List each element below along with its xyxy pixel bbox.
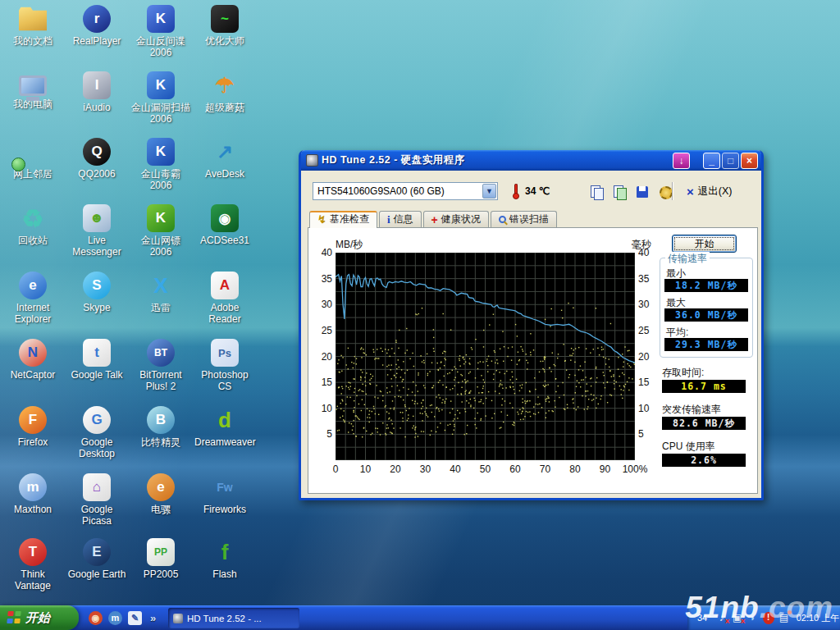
desktop-icon-kingsoft-duba[interactable]: K金山毒霸 2006 — [130, 138, 191, 191]
y-tick-right: 10 — [638, 403, 660, 414]
kingsoft-antispy-icon: K — [147, 5, 175, 33]
desktop-icon-super-mushroom[interactable]: ☂超级蘑菇 — [194, 71, 255, 113]
y-tick-left: 30 — [311, 299, 332, 310]
desktop-icon-google-talk[interactable]: tGoogle Talk — [66, 339, 127, 381]
start-benchmark-button[interactable]: 开始 — [672, 235, 737, 253]
desktop-icon-youhua-dashi[interactable]: ~优化大师 — [194, 5, 255, 47]
tab-bar: ↯基准检查i信息+健康状况错误扫描 — [309, 211, 557, 228]
desktop-icon-kingsoft-netguard[interactable]: K金山网镖 2006 — [130, 204, 191, 258]
drive-select-dropdown[interactable]: HTS541060G9SA00 (60 GB) ▼ — [313, 182, 498, 200]
desktop-icon-label: NetCaptor — [2, 369, 63, 381]
avedesk-icon: ↗ — [211, 138, 239, 166]
desktop-icon-qq2006[interactable]: QQQ2006 — [66, 138, 127, 180]
desktop-icon-label: 金山网镖 2006 — [130, 235, 191, 258]
desktop-icon-firefox[interactable]: FFirefox — [2, 406, 63, 448]
desktop-icon-label: 回收站 — [2, 235, 63, 246]
desktop-icon-bittorrent-plus[interactable]: BTBitTorrent Plus! 2 — [130, 339, 191, 392]
tab-label: 健康状况 — [441, 212, 481, 226]
desktop-icon-google-desktop[interactable]: GGoogle Desktop — [66, 406, 127, 459]
desktop-icon-label: Adobe Reader — [194, 302, 255, 325]
desktop-icon-label: RealPlayer — [66, 35, 127, 47]
update-button[interactable]: ↓ — [673, 153, 690, 169]
volume-muted-icon[interactable]: ♪× — [716, 612, 728, 624]
desktop-icon-photoshop-cs[interactable]: PsPhotoshop CS — [194, 339, 255, 392]
desktop-icon-bitspirit[interactable]: B比特精灵 — [130, 406, 191, 448]
minimize-button[interactable]: _ — [703, 153, 720, 169]
desktop-icon-dreamweaver[interactable]: dDreamweaver — [194, 406, 255, 448]
google-earth-icon: E — [83, 538, 111, 566]
dreamweaver-icon: d — [211, 406, 239, 434]
chevron-down-icon[interactable]: ▼ — [482, 184, 496, 199]
maxthon-quicklaunch-icon[interactable]: m — [108, 611, 122, 625]
copy-image-button[interactable] — [609, 182, 628, 200]
desktop-icon-recycle-bin[interactable]: ♻回收站 — [2, 204, 63, 246]
desktop-icon-network-places[interactable]: 网上邻居 — [2, 138, 63, 180]
desktop-icon-think-vantage[interactable]: TThink Vantage — [2, 538, 63, 591]
tray-clock[interactable]: 02:10 上午 — [797, 612, 840, 624]
tray-temperature: 34° — [697, 613, 711, 623]
desktop-icon-label: 优化大师 — [194, 35, 255, 47]
desktop-icon-kingsoft-scan[interactable]: K金山漏洞扫描 2006 — [130, 71, 191, 125]
desktop-icon-label: 我的文档 — [2, 35, 63, 47]
desktop-icon-xunlei[interactable]: X迅雷 — [130, 272, 191, 313]
tab-bulb[interactable]: ↯基准检查 — [309, 211, 377, 228]
tab-info[interactable]: i信息 — [379, 211, 422, 228]
desktop-icon-adobe-reader[interactable]: AAdobe Reader — [194, 272, 255, 325]
desktop-icon-maxthon[interactable]: mMaxthon — [2, 473, 63, 515]
red-x-overlay: × — [725, 618, 730, 626]
maximize-button[interactable]: □ — [722, 153, 739, 169]
tab-scan[interactable]: 错误扫描 — [491, 211, 557, 228]
super-mushroom-icon: ☂ — [211, 71, 239, 99]
desktop-icon-kingsoft-antispy[interactable]: K金山反间谍 2006 — [130, 5, 191, 58]
y-tick-right: 30 — [638, 299, 660, 310]
desktop-icon-label: AveDesk — [194, 168, 255, 180]
desktop-icon-fireworks[interactable]: FwFireworks — [194, 473, 255, 515]
x-tick: 90 — [600, 463, 610, 475]
taskbar-task-button[interactable]: HD Tune 2.52 - ... — [168, 608, 299, 628]
security-alert-icon[interactable]: ! — [763, 612, 774, 624]
window-titlebar[interactable]: HD Tune 2.52 - 硬盘实用程序 ↓_□× — [301, 150, 761, 171]
copy-text-button[interactable] — [587, 182, 605, 200]
desktop-icon-iaudio[interactable]: IiAudio — [66, 71, 127, 113]
show-desktop-icon[interactable]: ✎ — [128, 611, 142, 625]
desktop-icon-google-earth[interactable]: EGoogle Earth — [66, 538, 127, 580]
close-button[interactable]: × — [741, 153, 758, 169]
x-tick: 80 — [569, 463, 580, 475]
y-tick-left: 35 — [311, 273, 332, 285]
update-tray-icon[interactable]: ▤ — [778, 612, 790, 624]
y-tick-right: 40 — [638, 247, 660, 258]
desktop-icon-label: 超级蘑菇 — [194, 102, 255, 113]
exit-button[interactable]: × 退出(X) — [683, 183, 735, 200]
desktop-icon-realplayer[interactable]: rRealPlayer — [66, 5, 127, 47]
desktop-icon-internet-explorer[interactable]: eInternet Explorer — [2, 272, 63, 325]
access-time-label: 存取时间: — [662, 366, 704, 380]
desktop-icon-skype[interactable]: SSkype — [66, 272, 127, 313]
desktop-icon-emule[interactable]: e电骡 — [130, 473, 191, 515]
desktop-icon-acdsee31[interactable]: ◉ACDSee31 — [194, 204, 255, 246]
desktop-icon-avedesk[interactable]: ↗AveDesk — [194, 138, 255, 180]
google-talk-icon: t — [83, 339, 111, 367]
ime-icon[interactable]: ◗ — [747, 612, 759, 624]
google-picasa-icon: ⌂ — [83, 473, 111, 501]
browser-quicklaunch-icon[interactable]: ◉ — [89, 611, 103, 625]
desktop-icon-label: Photoshop CS — [194, 369, 255, 392]
alert-dot — [788, 610, 792, 614]
desktop-icon-flash[interactable]: fFlash — [194, 538, 255, 580]
save-screenshot-button[interactable] — [632, 182, 651, 200]
desktop-icon-pp2005[interactable]: PPPP2005 — [130, 538, 191, 580]
network-disconnected-icon[interactable]: ▣× — [732, 612, 743, 624]
desktop-icon-google-picasa[interactable]: ⌂Google Picasa — [66, 473, 127, 527]
pp2005-icon: PP — [147, 538, 175, 566]
tab-health[interactable]: +健康状况 — [423, 211, 489, 228]
y-tick-right: 5 — [638, 428, 660, 440]
desktop-icon-netcaptor[interactable]: NNetCaptor — [2, 339, 63, 381]
start-menu-button[interactable]: 开始 — [0, 605, 79, 630]
desktop-icon-live-messenger[interactable]: ☻Live Messenger — [66, 204, 127, 258]
x-tick: 0 — [333, 463, 339, 475]
quicklaunch-overflow-chevron[interactable]: » — [150, 612, 156, 624]
x-tick: 20 — [390, 463, 400, 475]
options-button[interactable] — [655, 182, 673, 200]
desktop-icon-my-computer[interactable]: 我的电脑 — [2, 71, 63, 110]
desktop-icon-my-documents[interactable]: 我的文档 — [2, 5, 63, 47]
desktop-icon-label: 迅雷 — [130, 302, 191, 313]
